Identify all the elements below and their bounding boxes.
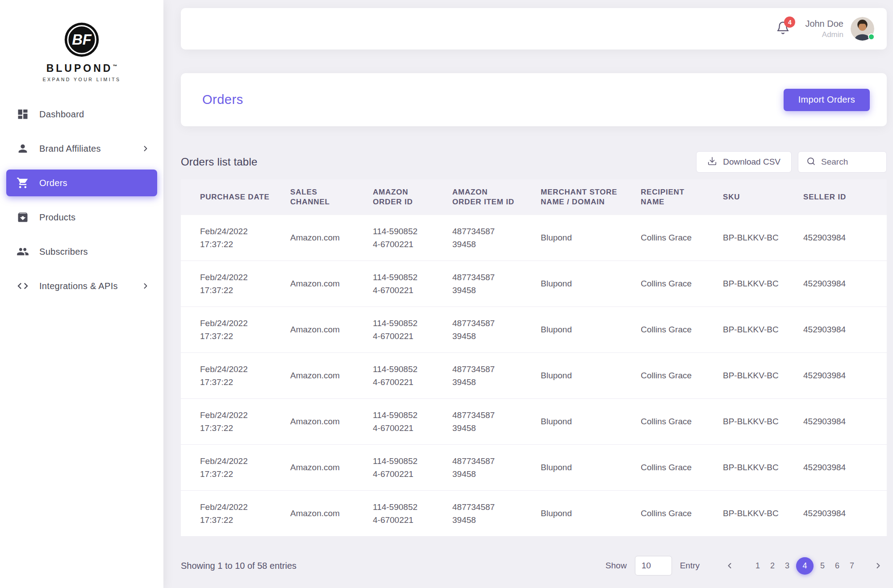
table-row: Feb/24/202217:37:22 Amazon.com 114-59085… bbox=[181, 399, 887, 445]
cell-merchant: Blupond bbox=[541, 415, 641, 428]
brand-logo-icon: BF bbox=[64, 22, 99, 57]
cell-amazon-order-id: 114-5908524-6700221 bbox=[373, 409, 452, 435]
cell-amazon-order-item-id: 48773458739458 bbox=[452, 363, 541, 389]
table-heading: Orders list table bbox=[181, 156, 257, 168]
sidebar-item-label: Orders bbox=[39, 178, 67, 188]
page-size-input[interactable] bbox=[635, 556, 672, 576]
pagination-next-button[interactable] bbox=[870, 557, 887, 575]
entries-summary: Showing 1 to 10 of 58 entries bbox=[181, 561, 296, 571]
table-header-row: PURCHASE DATE SALESCHANNEL AMAZONORDER I… bbox=[181, 179, 887, 215]
notification-badge: 4 bbox=[784, 17, 795, 28]
cell-sku: BP-BLKKV-BC bbox=[723, 507, 803, 520]
page-title: Orders bbox=[202, 92, 243, 107]
cell-amazon-order-id: 114-5908524-6700221 bbox=[373, 271, 452, 297]
cell-sales-channel: Amazon.com bbox=[290, 461, 373, 474]
table-row: Feb/24/202217:37:22 Amazon.com 114-59085… bbox=[181, 261, 887, 307]
cell-sales-channel: Amazon.com bbox=[290, 277, 373, 290]
trademark-symbol: ™ bbox=[113, 64, 117, 69]
import-orders-button[interactable]: Import Orders bbox=[784, 89, 870, 111]
cell-sku: BP-BLKKV-BC bbox=[723, 415, 803, 428]
table-toolbar: Orders list table Download CSV bbox=[181, 151, 887, 173]
cell-merchant: Blupond bbox=[541, 323, 641, 336]
cell-sku: BP-BLKKV-BC bbox=[723, 369, 803, 382]
download-icon bbox=[707, 156, 717, 168]
pagination-page-7[interactable]: 7 bbox=[846, 557, 858, 575]
sidebar-item-dashboard[interactable]: Dashboard bbox=[6, 101, 157, 128]
column-header-purchase-date: PURCHASE DATE bbox=[181, 192, 290, 202]
brand-name: BLUPOND™ bbox=[0, 62, 163, 75]
cell-seller-id: 452903984 bbox=[803, 369, 887, 382]
notifications-button[interactable]: 4 bbox=[776, 21, 790, 37]
pagination-page-3[interactable]: 3 bbox=[781, 557, 793, 575]
sidebar-item-brand-affiliates[interactable]: Brand Affiliates bbox=[6, 135, 157, 162]
products-box-icon bbox=[16, 211, 29, 224]
chevron-right-icon bbox=[141, 282, 150, 290]
sidebar-item-label: Dashboard bbox=[39, 109, 84, 120]
pagination-page-6[interactable]: 6 bbox=[831, 557, 843, 575]
cell-sales-channel: Amazon.com bbox=[290, 231, 373, 244]
show-label: Show bbox=[605, 561, 627, 571]
chevron-right-icon bbox=[141, 144, 150, 153]
cell-sales-channel: Amazon.com bbox=[290, 507, 373, 520]
cell-sales-channel: Amazon.com bbox=[290, 369, 373, 382]
user-role: Admin bbox=[805, 30, 843, 39]
pagination-prev-button[interactable] bbox=[721, 557, 738, 575]
sidebar-item-label: Products bbox=[39, 212, 75, 223]
sidebar-item-orders[interactable]: Orders bbox=[6, 170, 157, 196]
table-row: Feb/24/202217:37:22 Amazon.com 114-59085… bbox=[181, 215, 887, 261]
cell-merchant: Blupond bbox=[541, 507, 641, 520]
cell-seller-id: 452903984 bbox=[803, 277, 887, 290]
cell-purchase-date: Feb/24/202217:37:22 bbox=[181, 409, 290, 435]
pagination-page-2[interactable]: 2 bbox=[767, 557, 778, 575]
cell-seller-id: 452903984 bbox=[803, 507, 887, 520]
avatar[interactable] bbox=[851, 17, 874, 41]
cell-amazon-order-item-id: 48773458739458 bbox=[452, 317, 541, 343]
table-footer: Showing 1 to 10 of 58 entries Show Entry… bbox=[181, 555, 887, 576]
cell-merchant: Blupond bbox=[541, 231, 641, 244]
cell-sku: BP-BLKKV-BC bbox=[723, 277, 803, 290]
sidebar-item-label: Brand Affiliates bbox=[39, 144, 101, 154]
cell-recipient: Collins Grace bbox=[641, 277, 723, 290]
search-input[interactable] bbox=[821, 157, 875, 167]
cell-merchant: Blupond bbox=[541, 277, 641, 290]
page-header-card: Orders Import Orders bbox=[181, 73, 887, 126]
cell-amazon-order-id: 114-5908524-6700221 bbox=[373, 363, 452, 389]
column-header-sales-channel: SALESCHANNEL bbox=[290, 187, 373, 207]
pagination-page-1[interactable]: 1 bbox=[752, 557, 764, 575]
cell-sku: BP-BLKKV-BC bbox=[723, 461, 803, 474]
column-header-seller-id: SELLER ID bbox=[803, 192, 887, 202]
footer-controls: Show Entry 1 2 3 4 5 6 7 bbox=[605, 556, 887, 576]
cell-sku: BP-BLKKV-BC bbox=[723, 231, 803, 244]
cell-amazon-order-item-id: 48773458739458 bbox=[452, 455, 541, 481]
brand-tagline: EXPAND YOUR LIMITS bbox=[0, 77, 163, 82]
cart-icon bbox=[16, 176, 29, 190]
column-header-recipient-name: RECIPIENTNAME bbox=[641, 187, 723, 207]
column-header-merchant-store: MERCHANT STORENAME / DOMAIN bbox=[541, 187, 641, 207]
sidebar-item-subscribers[interactable]: Subscribers bbox=[6, 238, 157, 265]
cell-amazon-order-id: 114-5908524-6700221 bbox=[373, 455, 452, 481]
table-row: Feb/24/202217:37:22 Amazon.com 114-59085… bbox=[181, 491, 887, 537]
pagination-page-4-active[interactable]: 4 bbox=[796, 557, 814, 575]
cell-seller-id: 452903984 bbox=[803, 461, 887, 474]
user-name: John Doe bbox=[805, 19, 843, 29]
cell-purchase-date: Feb/24/202217:37:22 bbox=[181, 363, 290, 389]
cell-purchase-date: Feb/24/202217:37:22 bbox=[181, 225, 290, 251]
sidebar-item-products[interactable]: Products bbox=[6, 204, 157, 231]
person-icon bbox=[16, 142, 29, 155]
cell-recipient: Collins Grace bbox=[641, 323, 723, 336]
cell-purchase-date: Feb/24/202217:37:22 bbox=[181, 455, 290, 481]
download-csv-button[interactable]: Download CSV bbox=[696, 151, 792, 173]
cell-recipient: Collins Grace bbox=[641, 461, 723, 474]
svg-text:BF: BF bbox=[72, 31, 92, 48]
sidebar-item-integrations-apis[interactable]: Integrations & APIs bbox=[6, 273, 157, 299]
column-header-amazon-order-item-id: AMAZONORDER ITEM ID bbox=[452, 187, 541, 207]
cell-sku: BP-BLKKV-BC bbox=[723, 323, 803, 336]
pagination-page-5[interactable]: 5 bbox=[817, 557, 828, 575]
cell-recipient: Collins Grace bbox=[641, 369, 723, 382]
cell-amazon-order-id: 114-5908524-6700221 bbox=[373, 225, 452, 251]
table-row: Feb/24/202217:37:22 Amazon.com 114-59085… bbox=[181, 307, 887, 353]
toolbar-actions: Download CSV bbox=[696, 151, 887, 173]
chevron-right-icon bbox=[874, 561, 883, 570]
online-status-dot bbox=[868, 33, 875, 40]
cell-amazon-order-item-id: 48773458739458 bbox=[452, 501, 541, 527]
